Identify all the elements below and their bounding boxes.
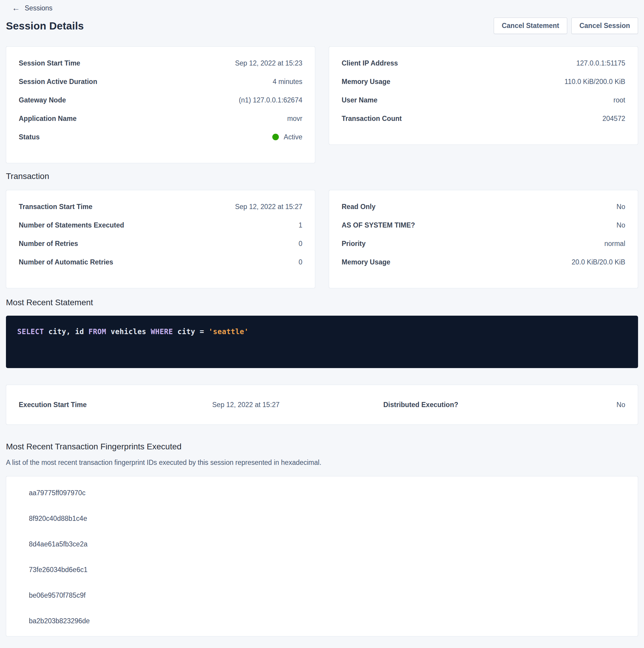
transaction-row: Transaction Start Time Sep 12, 2022 at 1…: [6, 190, 638, 288]
kv-label: Application Name: [19, 115, 76, 123]
kv-row-memory-usage: Memory Usage 110.0 KiB/200.0 KiB: [342, 72, 625, 91]
kv-label: Transaction Start Time: [19, 203, 93, 211]
kv-label: Number of Retries: [19, 240, 78, 248]
section-heading-most-recent-statement: Most Recent Statement: [6, 298, 638, 307]
kv-value: Sep 12, 2022 at 15:27: [235, 203, 302, 211]
sql-statement-block: SELECT city, id FROM vehicles WHERE city…: [6, 316, 638, 368]
kv-label: Gateway Node: [19, 96, 66, 104]
distributed-execution-value: No: [568, 401, 625, 409]
kv-row-read-only: Read Only No: [342, 198, 625, 216]
fingerprint-item: aa79775ff097970c: [29, 480, 638, 506]
status-active-dot-icon: [272, 134, 279, 140]
kv-label: Client IP Address: [342, 59, 398, 67]
sql-text: city, id: [44, 328, 89, 336]
kv-label: Status: [19, 133, 40, 141]
kv-value: No: [617, 203, 625, 211]
kv-row-session-active-duration: Session Active Duration 4 minutes: [19, 72, 302, 91]
kv-value: 4 minutes: [273, 78, 302, 86]
transaction-left-card: Transaction Start Time Sep 12, 2022 at 1…: [6, 190, 315, 288]
transaction-right-card: Read Only No AS OF SYSTEM TIME? No Prior…: [329, 190, 638, 288]
kv-value: 204572: [602, 115, 625, 123]
kv-value: 20.0 KiB/20.0 KiB: [572, 258, 625, 266]
session-summary-row: Session Start Time Sep 12, 2022 at 15:23…: [6, 47, 638, 163]
kv-label: Read Only: [342, 203, 375, 211]
section-heading-transaction: Transaction: [6, 171, 638, 181]
kv-label: Transaction Count: [342, 115, 402, 123]
back-link-label: Sessions: [25, 4, 52, 12]
execution-start-time-label: Execution Start Time: [19, 401, 212, 409]
kv-label: Number of Statements Executed: [19, 221, 124, 229]
sql-keyword: WHERE: [151, 328, 173, 336]
execution-start-time-value: Sep 12, 2022 at 15:27: [212, 401, 383, 409]
cancel-statement-button[interactable]: Cancel Statement: [494, 17, 567, 34]
sql-text: city =: [173, 328, 209, 336]
fingerprint-item: be06e9570f785c9f: [29, 583, 638, 608]
kv-label: Session Start Time: [19, 59, 80, 67]
fingerprints-heading: Most Recent Transaction Fingerprints Exe…: [6, 442, 638, 451]
kv-label: User Name: [342, 96, 377, 104]
kv-row-as-of-system-time: AS OF SYSTEM TIME? No: [342, 216, 625, 234]
kv-value: root: [613, 96, 625, 104]
kv-row-transaction-count: Transaction Count 204572: [342, 109, 625, 128]
gateway-node-link[interactable]: (n1) 127.0.0.1:62674: [239, 96, 302, 104]
kv-label: Memory Usage: [342, 258, 391, 266]
sql-text: vehicles: [106, 328, 151, 336]
kv-row-number-of-retries: Number of Retries 0: [19, 234, 302, 253]
distributed-execution-label: Distributed Execution?: [383, 401, 568, 409]
header-actions: Cancel Statement Cancel Session: [494, 17, 638, 34]
fingerprints-card: aa79775ff097970c 8f920c40d88b1c4e 8d4ae6…: [6, 476, 638, 636]
kv-row-statements-executed: Number of Statements Executed 1: [19, 216, 302, 234]
status-indicator: Active: [272, 133, 302, 141]
kv-row-gateway-node: Gateway Node (n1) 127.0.0.1:62674: [19, 91, 302, 109]
status-value: Active: [284, 133, 302, 141]
kv-row-client-ip-address: Client IP Address 127.0.0.1:51175: [342, 54, 625, 72]
sql-string-literal: 'seattle': [209, 328, 249, 336]
kv-label: Memory Usage: [342, 78, 391, 86]
kv-row-application-name: Application Name movr: [19, 109, 302, 128]
sql-statement: SELECT city, id FROM vehicles WHERE city…: [17, 328, 627, 336]
cancel-session-button[interactable]: Cancel Session: [571, 17, 638, 34]
execution-summary-card: Execution Start Time Sep 12, 2022 at 15:…: [6, 385, 638, 425]
kv-value: 110.0 KiB/200.0 KiB: [565, 78, 625, 86]
kv-value: normal: [604, 240, 625, 248]
back-to-sessions-link[interactable]: ← Sessions: [12, 4, 52, 12]
kv-label: AS OF SYSTEM TIME?: [342, 221, 415, 229]
kv-value: Sep 12, 2022 at 15:23: [235, 59, 302, 67]
topbar: ← Sessions: [0, 0, 644, 12]
kv-label: Number of Automatic Retries: [19, 258, 113, 266]
kv-row-session-start-time: Session Start Time Sep 12, 2022 at 15:23: [19, 54, 302, 72]
kv-value: 1: [298, 221, 302, 229]
kv-value: No: [617, 221, 625, 229]
fingerprint-item: 8d4ae61a5fb3ce2a: [29, 531, 638, 557]
sql-keyword: SELECT: [17, 328, 44, 336]
kv-row-tx-memory-usage: Memory Usage 20.0 KiB/20.0 KiB: [342, 253, 625, 271]
page-header: Session Details Cancel Statement Cancel …: [0, 12, 644, 34]
fingerprints-description: A list of the most recent transaction fi…: [6, 458, 638, 467]
kv-row-status: Status Active: [19, 128, 302, 146]
fingerprint-item: 73fe26034bd6e6c1: [29, 557, 638, 583]
kv-row-user-name: User Name root: [342, 91, 625, 109]
session-left-card: Session Start Time Sep 12, 2022 at 15:23…: [6, 47, 315, 163]
fingerprint-item: 8f920c40d88b1c4e: [29, 506, 638, 531]
kv-value: movr: [287, 115, 302, 123]
kv-label: Priority: [342, 240, 366, 248]
kv-value: 0: [298, 240, 302, 248]
kv-row-automatic-retries: Number of Automatic Retries 0: [19, 253, 302, 271]
kv-value: 127.0.0.1:51175: [576, 59, 625, 67]
session-right-card: Client IP Address 127.0.0.1:51175 Memory…: [329, 47, 638, 145]
sql-keyword: FROM: [89, 328, 106, 336]
fingerprint-item: ba2b203b823296de: [29, 608, 638, 634]
kv-row-transaction-start-time: Transaction Start Time Sep 12, 2022 at 1…: [19, 198, 302, 216]
kv-value: 0: [298, 258, 302, 266]
kv-row-priority: Priority normal: [342, 234, 625, 253]
back-arrow-icon: ←: [12, 4, 20, 12]
page-title: Session Details: [6, 20, 84, 32]
kv-label: Session Active Duration: [19, 78, 97, 86]
